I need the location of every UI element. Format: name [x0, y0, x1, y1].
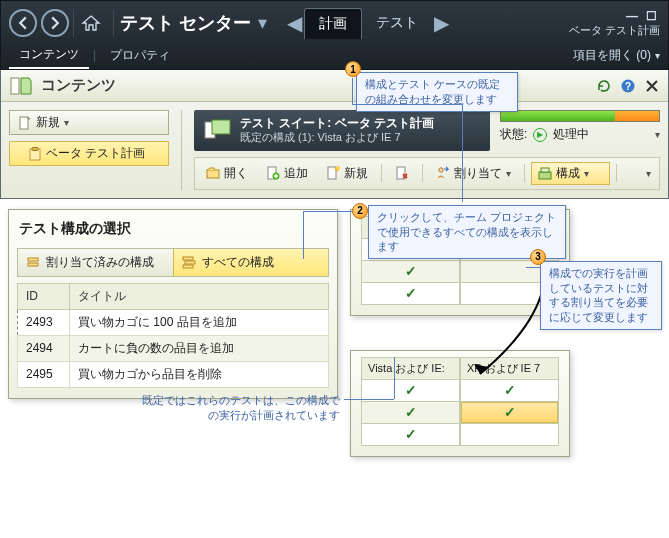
plan-name-label: ベータ テスト計画 [569, 23, 660, 38]
matrix-cell[interactable]: ✓ [361, 424, 460, 446]
svg-rect-18 [28, 263, 38, 266]
new-suite-label: 新規 [36, 114, 60, 131]
check-icon: ✓ [405, 404, 417, 420]
status-area: 状態: ▶ 処理中 ▾ [500, 110, 660, 143]
callout-badge-2: 2 [352, 203, 368, 219]
assign-button[interactable]: 割り当て ▾ [429, 162, 518, 185]
document-icon [9, 75, 33, 97]
col-title[interactable]: タイトル [70, 283, 329, 309]
close-icon[interactable] [644, 78, 660, 94]
matrix-cell[interactable]: ✓ [361, 283, 460, 305]
svg-rect-7 [212, 120, 230, 134]
tab-next-icon[interactable]: ▶ [432, 11, 451, 35]
matrix-cell[interactable]: ✓ [460, 380, 559, 402]
minimize-button[interactable]: — [626, 9, 640, 21]
svg-rect-8 [207, 170, 219, 178]
tab-prev-icon[interactable]: ◀ [285, 11, 304, 35]
assign-icon [436, 166, 450, 180]
status-dropdown-icon[interactable]: ▾ [655, 129, 660, 140]
callout-1: 構成とテスト ケースの既定の組み合わせを変更します [356, 72, 518, 112]
app-title: テスト センター [120, 11, 251, 35]
filter-all-label: すべての構成 [202, 254, 274, 271]
svg-rect-17 [28, 258, 38, 261]
callout-badge-3: 3 [530, 249, 546, 265]
new-button[interactable]: 新規 [319, 162, 375, 185]
status-value[interactable]: 処理中 [553, 126, 649, 143]
new-suite-button[interactable]: 新規 ▾ [9, 110, 169, 135]
matrix-col-2[interactable]: XP および IE 7 [460, 357, 559, 380]
delete-button[interactable] [388, 163, 416, 183]
matrix-bottom: Vista および IE: XP および IE 7 ✓✓✓✓✓ [350, 350, 570, 457]
play-icon: ▶ [533, 128, 547, 142]
matrix-cell[interactable]: ✓ [361, 402, 460, 424]
cell-title: 買い物カゴから品目を削除 [70, 361, 329, 387]
table-row[interactable]: 2493 買い物カゴに 100 品目を追加 [18, 309, 329, 335]
tree-item-label: ベータ テスト計画 [46, 145, 145, 162]
callout-4-text: 既定ではこれらのテストは、この構成での実行が計画されています [142, 394, 340, 421]
check-icon: ✓ [405, 426, 417, 442]
table-row[interactable]: 2494 カートに負の数の品目を追加 [18, 335, 329, 361]
open-icon [206, 166, 220, 180]
window-controls: — ☐ ベータ テスト計画 [569, 9, 660, 38]
matrix-cell[interactable]: ✓ [361, 261, 460, 283]
subtab-properties[interactable]: プロパティ [100, 43, 180, 68]
svg-rect-20 [185, 261, 195, 264]
toolbar-overflow-icon[interactable]: ▾ [642, 168, 655, 179]
matrix-cell[interactable] [460, 424, 559, 446]
refresh-icon[interactable] [596, 78, 612, 94]
filter-all-tab[interactable]: すべての構成 [173, 249, 329, 276]
check-icon: ✓ [504, 382, 516, 398]
callout-4: 既定ではこれらのテストは、この構成での実行が計画されています [142, 393, 340, 423]
tree-item-plan[interactable]: ベータ テスト計画 [9, 141, 169, 166]
config-icon [538, 166, 552, 180]
open-button[interactable]: 開く [199, 162, 255, 185]
check-icon: ✓ [405, 263, 417, 279]
svg-rect-0 [11, 78, 19, 94]
add-label: 追加 [284, 165, 308, 182]
callout-badge-1: 1 [345, 61, 361, 77]
col-id[interactable]: ID [18, 283, 70, 309]
open-items-label: 項目を開く (0) [573, 47, 651, 64]
home-button[interactable] [73, 9, 101, 37]
svg-rect-3 [20, 117, 28, 129]
nav-back-button[interactable] [9, 9, 37, 37]
add-icon [266, 166, 280, 180]
suite-icon [204, 118, 232, 142]
nav-tab-plan[interactable]: 計画 [304, 8, 362, 39]
svg-rect-19 [183, 257, 193, 260]
open-label: 開く [224, 165, 248, 182]
callout-3: 構成での実行を計画しているテストに対する割り当てを必要に応じて変更します [540, 261, 662, 330]
open-items-dropdown[interactable]: 項目を開く (0) ▾ [573, 47, 660, 64]
dialog-title: テスト構成の選択 [19, 220, 329, 238]
suite-subtitle: 既定の構成 (1): Vista および IE 7 [240, 131, 434, 145]
cell-title: カートに負の数の品目を追加 [70, 335, 329, 361]
table-row[interactable]: 2495 買い物カゴから品目を削除 [18, 361, 329, 387]
panel-title: コンテンツ [41, 76, 116, 95]
nav-tab-test[interactable]: テスト [362, 8, 432, 38]
suite-panel: テスト スイート: ベータ テスト計画 既定の構成 (1): Vista および… [194, 110, 660, 190]
clipboard-icon [28, 147, 42, 161]
svg-rect-21 [183, 265, 193, 268]
config-selection-dialog: テスト構成の選択 割り当て済みの構成 すべての構成 ID タイトル 2493 買… [8, 209, 338, 399]
config-button[interactable]: 構成 ▾ [531, 162, 610, 185]
svg-point-14 [439, 168, 443, 172]
subtab-contents[interactable]: コンテンツ [9, 42, 89, 69]
maximize-button[interactable]: ☐ [646, 9, 660, 21]
new-file-icon [18, 116, 32, 130]
suite-title: テスト スイート: ベータ テスト計画 [240, 116, 434, 131]
delete-icon [395, 166, 409, 180]
svg-rect-5 [32, 147, 38, 150]
help-icon[interactable]: ? [620, 78, 636, 94]
cell-id: 2494 [18, 335, 70, 361]
add-button[interactable]: 追加 [259, 162, 315, 185]
filter-assigned-tab[interactable]: 割り当て済みの構成 [18, 249, 173, 276]
matrix-col-1[interactable]: Vista および IE: [361, 357, 460, 380]
cell-title: 買い物カゴに 100 品目を追加 [70, 309, 329, 335]
tree-panel: 新規 ▾ ベータ テスト計画 [9, 110, 169, 166]
chevron-down-icon[interactable]: ▾ [251, 12, 273, 34]
matrix-cell[interactable]: ✓ [460, 402, 559, 424]
progress-bar [500, 110, 660, 122]
cell-id: 2495 [18, 361, 70, 387]
status-label: 状態: [500, 126, 527, 143]
nav-forward-button[interactable] [41, 9, 69, 37]
